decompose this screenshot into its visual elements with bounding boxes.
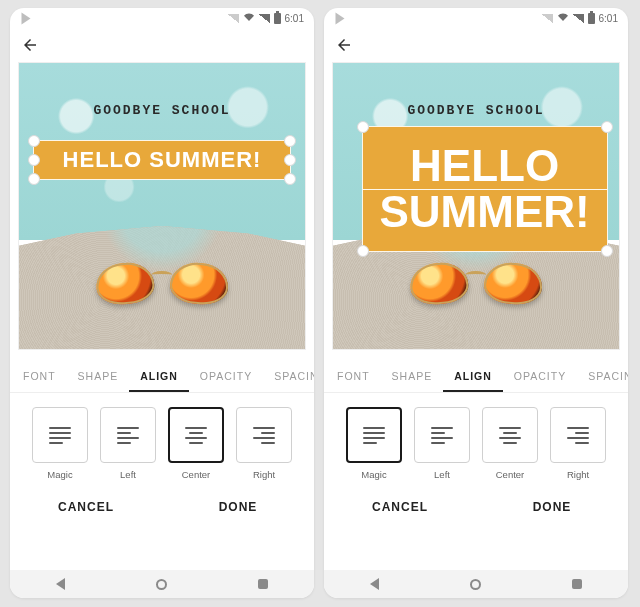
align-option-label: Magic bbox=[47, 469, 72, 480]
play-store-icon bbox=[22, 12, 31, 24]
nav-recents-icon[interactable] bbox=[258, 579, 268, 589]
align-left-icon bbox=[117, 427, 139, 443]
resize-handle[interactable] bbox=[28, 135, 40, 147]
align-option-label: Right bbox=[253, 469, 275, 480]
align-option-label: Magic bbox=[361, 469, 386, 480]
clock: 6:01 bbox=[599, 13, 618, 24]
nav-recents-icon[interactable] bbox=[572, 579, 582, 589]
nav-back-icon[interactable] bbox=[56, 578, 65, 590]
align-option-magic[interactable]: Magic bbox=[31, 407, 89, 480]
done-button[interactable]: DONE bbox=[476, 500, 628, 514]
android-nav-bar bbox=[10, 570, 314, 598]
back-button[interactable] bbox=[334, 35, 354, 55]
back-button[interactable] bbox=[20, 35, 40, 55]
done-button[interactable]: DONE bbox=[162, 500, 314, 514]
phone-frame: 6:01 GOODBYE SCHOOL HELLO SUMMER! FONTSH… bbox=[324, 8, 628, 598]
tab-shape[interactable]: SHAPE bbox=[67, 360, 130, 392]
align-option-center[interactable]: Center bbox=[167, 407, 225, 480]
resize-handle[interactable] bbox=[284, 154, 296, 166]
align-option-magic[interactable]: Magic bbox=[345, 407, 403, 480]
tab-spacing[interactable]: SPACING bbox=[577, 360, 628, 392]
text-tool-tabs: FONTSHAPEALIGNOPACITYSPACING bbox=[324, 360, 628, 393]
nav-home-icon[interactable] bbox=[470, 579, 481, 590]
text-goodbye-school[interactable]: GOODBYE SCHOOL bbox=[19, 103, 305, 118]
sunglasses bbox=[410, 258, 542, 309]
resize-handle[interactable] bbox=[284, 135, 296, 147]
tab-align[interactable]: ALIGN bbox=[129, 360, 189, 392]
text-tool-tabs: FONTSHAPEALIGNOPACITYSPACING bbox=[10, 360, 314, 393]
battery-icon bbox=[588, 13, 595, 24]
tab-align[interactable]: ALIGN bbox=[443, 360, 503, 392]
align-option-right[interactable]: Right bbox=[549, 407, 607, 480]
align-center-icon bbox=[185, 427, 207, 443]
align-magic-icon bbox=[363, 427, 385, 443]
tab-font[interactable]: FONT bbox=[326, 360, 381, 392]
clock: 6:01 bbox=[285, 13, 304, 24]
resize-handle[interactable] bbox=[28, 154, 40, 166]
wifi-icon bbox=[557, 12, 569, 24]
text-goodbye-school[interactable]: GOODBYE SCHOOL bbox=[333, 103, 619, 118]
nav-home-icon[interactable] bbox=[156, 579, 167, 590]
selected-text-box[interactable]: HELLO SUMMER! bbox=[362, 126, 608, 252]
signal-icon bbox=[573, 14, 584, 23]
app-header bbox=[10, 28, 314, 62]
align-option-label: Right bbox=[567, 469, 589, 480]
tab-opacity[interactable]: OPACITY bbox=[189, 360, 263, 392]
wifi-icon bbox=[243, 12, 255, 24]
signal-dim-icon bbox=[228, 14, 239, 23]
resize-handle[interactable] bbox=[601, 245, 613, 257]
battery-icon bbox=[274, 13, 281, 24]
align-options: Magic Left Center bbox=[324, 393, 628, 484]
resize-handle[interactable] bbox=[284, 173, 296, 185]
android-nav-bar bbox=[324, 570, 628, 598]
tab-opacity[interactable]: OPACITY bbox=[503, 360, 577, 392]
align-options: Magic Left Center bbox=[10, 393, 314, 484]
align-magic-icon bbox=[49, 427, 71, 443]
align-right-icon bbox=[567, 427, 589, 443]
cancel-button[interactable]: CANCEL bbox=[324, 500, 476, 514]
signal-icon bbox=[259, 14, 270, 23]
sunglasses bbox=[96, 258, 228, 309]
resize-handle[interactable] bbox=[601, 121, 613, 133]
tab-spacing[interactable]: SPACING bbox=[263, 360, 314, 392]
design-canvas[interactable]: GOODBYE SCHOOL HELLO SUMMER! bbox=[332, 62, 620, 350]
cancel-button[interactable]: CANCEL bbox=[10, 500, 162, 514]
resize-handle[interactable] bbox=[357, 245, 369, 257]
play-store-icon bbox=[336, 12, 345, 24]
align-left-icon bbox=[431, 427, 453, 443]
align-option-center[interactable]: Center bbox=[481, 407, 539, 480]
align-option-left[interactable]: Left bbox=[413, 407, 471, 480]
selected-text-box[interactable]: HELLO SUMMER! bbox=[33, 140, 290, 180]
align-right-icon bbox=[253, 427, 275, 443]
align-option-left[interactable]: Left bbox=[99, 407, 157, 480]
align-option-label: Center bbox=[496, 469, 525, 480]
align-option-label: Center bbox=[182, 469, 211, 480]
resize-handle[interactable] bbox=[357, 121, 369, 133]
phone-frame: 6:01 GOODBYE SCHOOL HELLO SUMMER! FONTSH… bbox=[10, 8, 314, 598]
status-bar: 6:01 bbox=[324, 8, 628, 28]
design-canvas[interactable]: GOODBYE SCHOOL HELLO SUMMER! bbox=[18, 62, 306, 350]
status-bar: 6:01 bbox=[10, 8, 314, 28]
align-option-label: Left bbox=[120, 469, 136, 480]
app-header bbox=[324, 28, 628, 62]
footer-actions: CANCEL DONE bbox=[324, 484, 628, 524]
align-option-right[interactable]: Right bbox=[235, 407, 293, 480]
footer-actions: CANCEL DONE bbox=[10, 484, 314, 524]
signal-dim-icon bbox=[542, 14, 553, 23]
align-option-label: Left bbox=[434, 469, 450, 480]
tab-shape[interactable]: SHAPE bbox=[381, 360, 444, 392]
nav-back-icon[interactable] bbox=[370, 578, 379, 590]
align-center-icon bbox=[499, 427, 521, 443]
tab-font[interactable]: FONT bbox=[12, 360, 67, 392]
